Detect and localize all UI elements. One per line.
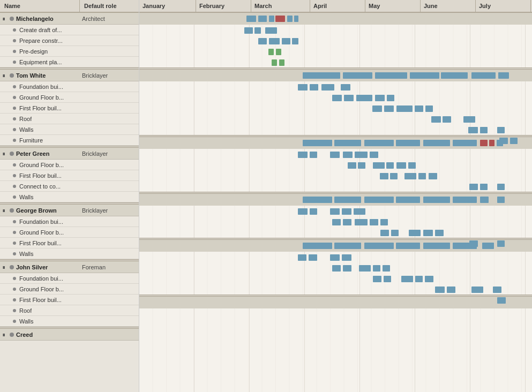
bar[interactable] bbox=[390, 173, 398, 179]
bar[interactable] bbox=[383, 265, 390, 272]
bar[interactable] bbox=[396, 140, 420, 146]
bar[interactable] bbox=[415, 276, 423, 282]
bar[interactable] bbox=[282, 38, 290, 44]
bar[interactable] bbox=[497, 240, 505, 247]
bar[interactable] bbox=[423, 140, 450, 146]
task-row[interactable]: Foundation bui... bbox=[0, 216, 139, 227]
bar[interactable] bbox=[396, 243, 420, 249]
task-row[interactable]: Walls bbox=[0, 192, 139, 202]
bar[interactable] bbox=[423, 230, 433, 236]
bar[interactable] bbox=[268, 49, 274, 55]
bar[interactable] bbox=[343, 265, 351, 272]
task-row[interactable]: Roof bbox=[0, 114, 139, 124]
bar[interactable] bbox=[380, 230, 389, 236]
bar[interactable] bbox=[334, 197, 361, 203]
task-row[interactable]: Prepare constr... bbox=[0, 35, 139, 46]
bar[interactable] bbox=[332, 265, 341, 272]
bar[interactable] bbox=[497, 127, 505, 133]
bar[interactable] bbox=[418, 173, 426, 179]
bar[interactable] bbox=[441, 72, 468, 79]
bar[interactable] bbox=[370, 152, 378, 158]
bar[interactable] bbox=[358, 162, 365, 169]
bar[interactable] bbox=[343, 219, 351, 225]
bar[interactable] bbox=[294, 16, 298, 22]
bar[interactable] bbox=[348, 162, 356, 169]
bar[interactable] bbox=[258, 38, 267, 44]
bar[interactable] bbox=[463, 116, 475, 123]
task-row[interactable]: Roof bbox=[0, 305, 139, 316]
task-row[interactable]: First Floor buil... bbox=[0, 295, 139, 305]
bar[interactable] bbox=[497, 197, 505, 203]
bar[interactable] bbox=[254, 27, 261, 34]
bar[interactable] bbox=[354, 208, 365, 215]
bar[interactable] bbox=[258, 16, 267, 22]
bar[interactable] bbox=[497, 184, 505, 190]
task-row[interactable]: First Floor buil... bbox=[0, 238, 139, 248]
bar[interactable] bbox=[498, 72, 509, 79]
bar[interactable] bbox=[396, 105, 413, 112]
bar[interactable] bbox=[423, 243, 450, 249]
bar[interactable] bbox=[453, 140, 477, 146]
task-row[interactable]: Foundation bui... bbox=[0, 273, 139, 284]
bar[interactable] bbox=[303, 72, 340, 79]
bar[interactable] bbox=[480, 140, 488, 146]
bar[interactable] bbox=[298, 208, 308, 215]
bar[interactable] bbox=[303, 243, 332, 249]
bar[interactable] bbox=[415, 105, 423, 112]
task-row[interactable]: Foundation bui... bbox=[0, 81, 139, 92]
bar[interactable] bbox=[359, 265, 371, 272]
bar[interactable] bbox=[391, 230, 399, 236]
bar[interactable] bbox=[334, 243, 361, 249]
task-row[interactable]: Ground Floor b... bbox=[0, 92, 139, 103]
bar[interactable] bbox=[510, 138, 518, 144]
bar[interactable] bbox=[343, 152, 353, 158]
task-row[interactable]: Pre-design bbox=[0, 46, 139, 57]
bar[interactable] bbox=[480, 197, 489, 203]
person-row-tomwhite[interactable]: ∎ Tom White Bricklayer bbox=[0, 70, 139, 81]
bar[interactable] bbox=[276, 49, 281, 55]
expand-icon[interactable]: ∎ bbox=[2, 16, 10, 21]
bar[interactable] bbox=[435, 230, 444, 236]
bar[interactable] bbox=[344, 95, 354, 101]
task-row[interactable]: Ground Floor b... bbox=[0, 284, 139, 295]
bar[interactable] bbox=[375, 72, 407, 79]
bar[interactable] bbox=[332, 219, 341, 225]
expand-icon[interactable]: ∎ bbox=[2, 331, 10, 337]
bar[interactable] bbox=[370, 219, 378, 225]
task-row[interactable]: Walls bbox=[0, 124, 139, 135]
bar[interactable] bbox=[298, 84, 308, 91]
bar[interactable] bbox=[303, 140, 332, 146]
bar[interactable] bbox=[431, 116, 441, 123]
bar[interactable] bbox=[373, 162, 385, 169]
bar[interactable] bbox=[310, 152, 317, 158]
bar[interactable] bbox=[384, 276, 391, 282]
task-row[interactable]: Ground Floor b... bbox=[0, 160, 139, 170]
bar[interactable] bbox=[404, 173, 416, 179]
person-row-petergreen[interactable]: ∎ Peter Green Bricklayer bbox=[0, 148, 139, 160]
bar[interactable] bbox=[480, 127, 488, 133]
bar[interactable] bbox=[364, 197, 394, 203]
bar[interactable] bbox=[372, 105, 382, 112]
bar[interactable] bbox=[341, 84, 350, 91]
task-row[interactable]: Furniture bbox=[0, 135, 139, 146]
bar[interactable] bbox=[471, 287, 483, 293]
bar[interactable] bbox=[269, 16, 274, 22]
bar[interactable] bbox=[287, 16, 293, 22]
bar[interactable] bbox=[380, 219, 388, 225]
bar[interactable] bbox=[298, 152, 308, 158]
bar[interactable] bbox=[497, 297, 506, 304]
bar[interactable] bbox=[493, 287, 501, 293]
bar[interactable] bbox=[425, 105, 433, 112]
bar[interactable] bbox=[447, 287, 455, 293]
bar[interactable] bbox=[309, 254, 317, 261]
bar[interactable] bbox=[468, 127, 478, 133]
bar[interactable] bbox=[330, 254, 340, 261]
bar[interactable] bbox=[321, 84, 334, 91]
expand-icon[interactable]: ∎ bbox=[2, 264, 10, 270]
bar[interactable] bbox=[469, 184, 478, 190]
bar[interactable] bbox=[489, 140, 494, 146]
bar[interactable] bbox=[373, 276, 381, 282]
bar[interactable] bbox=[386, 162, 394, 169]
task-row[interactable]: Walls bbox=[0, 316, 139, 327]
bar[interactable] bbox=[435, 287, 445, 293]
